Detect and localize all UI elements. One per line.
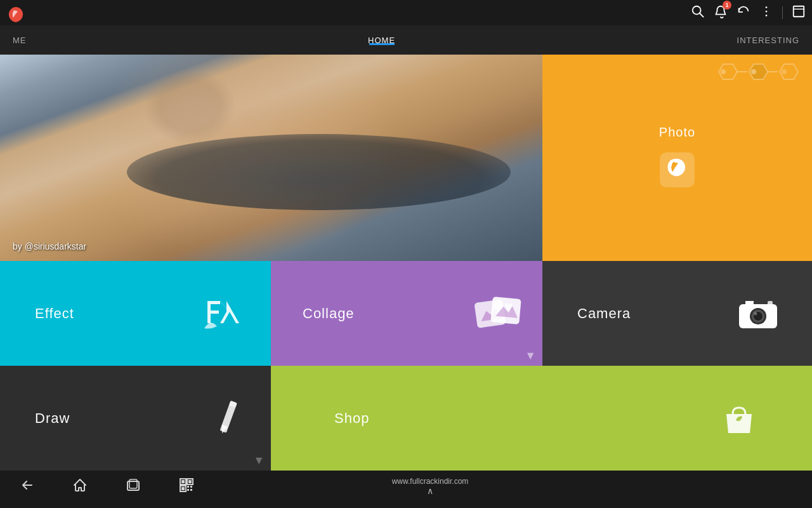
svg-point-2 — [766, 6, 768, 8]
status-bar: 1 — [0, 0, 812, 25]
app-logo-area — [6, 5, 25, 27]
notification-badge: 1 — [723, 1, 731, 10]
home-button[interactable] — [72, 478, 88, 496]
draw-pencil-icon — [211, 398, 246, 439]
collage-label: Collage — [303, 305, 355, 322]
scroll-up-arrow: ∧ — [194, 486, 666, 496]
photo-tile[interactable]: Photo — [542, 55, 812, 261]
shop-label: Shop — [334, 410, 369, 427]
back-button[interactable] — [19, 478, 34, 496]
search-icon[interactable] — [691, 4, 705, 22]
svg-rect-34 — [187, 486, 189, 488]
svg-point-0 — [693, 6, 701, 14]
nav-home[interactable]: HOME — [355, 36, 408, 45]
recents-button[interactable] — [126, 478, 141, 496]
nav-center: HOME — [39, 36, 724, 45]
effect-tile[interactable]: Effect — [0, 261, 271, 366]
shop-tile[interactable]: Shop — [271, 366, 812, 471]
svg-point-14 — [782, 69, 787, 74]
camera-label: Camera — [577, 305, 631, 322]
photo-app-icon — [657, 149, 698, 190]
hero-row: by @siriusdarkstar Photo — [0, 55, 812, 261]
nav-interesting[interactable]: INTERESTING — [724, 36, 812, 45]
app-logo-icon — [6, 5, 25, 24]
svg-rect-29 — [181, 480, 185, 483]
photo-label: Photo — [659, 125, 695, 140]
hex-decoration — [710, 61, 799, 102]
svg-point-11 — [751, 69, 756, 74]
svg-rect-31 — [188, 480, 192, 483]
svg-point-3 — [766, 10, 768, 12]
svg-rect-33 — [181, 487, 185, 490]
qr-button[interactable] — [179, 478, 194, 496]
shop-bag-icon — [717, 396, 761, 441]
svg-point-8 — [721, 69, 726, 74]
watermark-area: www.fullcrackindir.com ∧ — [194, 477, 666, 496]
camera-icon — [736, 295, 780, 333]
effect-fx-icon — [201, 291, 246, 336]
svg-line-1 — [700, 13, 704, 17]
effect-label: Effect — [35, 305, 74, 322]
camera-tile[interactable]: Camera — [542, 261, 812, 366]
draw-tile[interactable]: Draw ▼ — [0, 366, 271, 471]
nav-bar: ME HOME INTERESTING — [0, 25, 812, 55]
svg-rect-23 — [768, 301, 773, 305]
watermark-text: www.fullcrackindir.com — [194, 477, 666, 486]
row3-tiles: Draw ▼ Shop — [0, 366, 812, 471]
row2-tiles: Effect Collage ▼ Camera — [0, 261, 812, 366]
draw-label: Draw — [35, 410, 70, 427]
notification-icon[interactable]: 1 — [714, 4, 728, 22]
svg-rect-35 — [190, 486, 192, 488]
svg-rect-36 — [187, 489, 189, 491]
divider — [782, 6, 783, 19]
svg-point-22 — [754, 312, 757, 315]
collage-tile[interactable]: Collage ▼ — [271, 261, 542, 366]
refresh-icon[interactable] — [737, 4, 750, 22]
scroll-draw-indicator: ▼ — [253, 454, 265, 467]
hero-attribution: by @siriusdarkstar — [13, 241, 86, 251]
scroll-down-indicator: ▼ — [525, 349, 536, 363]
status-icons: 1 — [691, 4, 806, 22]
more-icon[interactable] — [759, 4, 773, 22]
hero-image-area: by @siriusdarkstar — [0, 55, 542, 261]
window-icon[interactable] — [792, 4, 806, 22]
svg-rect-5 — [794, 6, 804, 17]
collage-icon — [473, 291, 517, 336]
svg-point-4 — [766, 15, 768, 17]
android-bottom-bar: www.fullcrackindir.com ∧ — [0, 471, 812, 502]
nav-me[interactable]: ME — [0, 25, 39, 55]
android-nav-buttons — [19, 478, 194, 496]
svg-rect-37 — [190, 489, 192, 491]
